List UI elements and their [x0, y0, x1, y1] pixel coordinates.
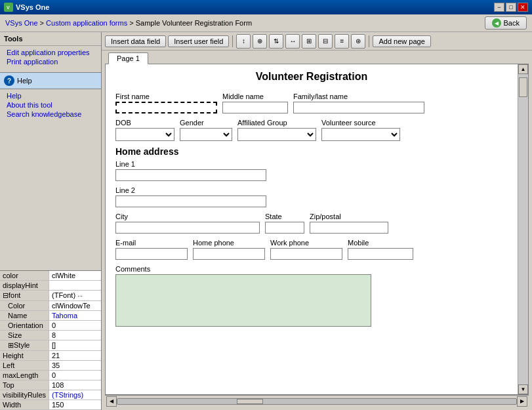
- prop-value-width: 150: [49, 400, 101, 409]
- state-input[interactable]: [265, 222, 304, 234]
- insert-data-field-button[interactable]: Insert data field: [105, 35, 166, 47]
- zip-input[interactable]: [310, 222, 388, 234]
- scroll-left-button[interactable]: ◀: [106, 396, 117, 407]
- middle-name-field: Middle name: [222, 92, 288, 113]
- svg-text:V: V: [7, 5, 10, 10]
- breadcrumb: VSys One > Custom application forms > Sa…: [5, 19, 252, 27]
- close-button[interactable]: ✕: [518, 3, 528, 12]
- prop-row-displayhint: displayHint: [0, 281, 101, 291]
- state-label: State: [265, 213, 304, 220]
- minimize-button[interactable]: −: [494, 3, 504, 12]
- work-phone-input[interactable]: [270, 248, 342, 260]
- scroll-down-button[interactable]: ▼: [518, 384, 528, 394]
- line2-input[interactable]: [115, 195, 266, 207]
- mobile-input[interactable]: [348, 248, 413, 260]
- line1-input[interactable]: [115, 169, 266, 181]
- prop-row-style: ⊞Style []: [0, 340, 101, 351]
- prop-label-visrules: visibilityRules: [0, 390, 49, 400]
- gender-label: Gender: [180, 119, 232, 127]
- right-wrapper: Insert data field Insert user field ↕ ⊕ …: [102, 32, 532, 410]
- form-row-line2: Line 2: [115, 186, 508, 207]
- work-phone-field: Work phone: [270, 239, 342, 260]
- first-name-input[interactable]: [115, 102, 217, 113]
- scroll-track: [518, 74, 528, 384]
- city-input[interactable]: [115, 222, 260, 234]
- prop-row-left: Left 35: [0, 361, 101, 371]
- line2-field: Line 2: [115, 186, 266, 207]
- toolbar-icon-3[interactable]: ⇅: [269, 34, 283, 49]
- sidebar-about-link[interactable]: About this tool: [7, 101, 94, 109]
- breadcrumb-vsysone[interactable]: VSys One: [5, 19, 38, 27]
- affiliated-group-select[interactable]: [237, 128, 316, 141]
- mobile-field: Mobile: [348, 239, 413, 260]
- add-new-page-button[interactable]: Add new page: [373, 35, 430, 47]
- tabs-bar: Page 1: [105, 51, 529, 64]
- sidebar-print-app[interactable]: Print application: [7, 58, 94, 66]
- dob-select[interactable]: [115, 128, 174, 141]
- volunteer-source-select[interactable]: [321, 128, 400, 141]
- family-last-name-input[interactable]: [293, 102, 424, 113]
- insert-user-field-button[interactable]: Insert user field: [168, 35, 229, 47]
- sidebar-edit-app-props[interactable]: Edit application properties: [7, 49, 94, 56]
- h-scroll-thumb[interactable]: [237, 399, 263, 404]
- zip-label: Zip/postal: [310, 213, 388, 220]
- first-name-label: First name: [115, 92, 217, 100]
- toolbar-icon-8[interactable]: ⊛: [351, 34, 365, 49]
- gender-select[interactable]: [180, 128, 232, 141]
- prop-value-font: (TFont) ···: [49, 291, 101, 300]
- breadcrumb-custom-forms[interactable]: Custom application forms: [46, 19, 127, 27]
- sidebar-help-links: Help About this tool Search knowledgebas…: [0, 89, 101, 122]
- toolbar-icon-2[interactable]: ⊕: [253, 34, 267, 49]
- comments-label: Comments: [115, 265, 371, 273]
- prop-label-size: Size: [0, 331, 49, 340]
- app-window: V VSys One − □ ✕ VSys One > Custom appli…: [0, 0, 532, 410]
- email-input[interactable]: [115, 248, 188, 260]
- zip-field: Zip/postal: [310, 213, 388, 234]
- first-name-field: First name: [115, 92, 217, 113]
- sidebar-search-kb-link[interactable]: Search knowledgebase: [7, 110, 94, 118]
- form-scroll-area[interactable]: Volunteer Registration First name Middle…: [106, 64, 518, 394]
- line1-field: Line 1: [115, 160, 266, 181]
- middle-name-input[interactable]: [222, 102, 288, 113]
- toolbar-icon-6[interactable]: ⊟: [318, 34, 333, 49]
- home-phone-input[interactable]: [193, 248, 265, 260]
- home-address-section-title: Home address: [115, 146, 508, 157]
- tab-page1[interactable]: Page 1: [108, 52, 148, 64]
- prop-label-width: Width: [0, 400, 49, 409]
- prop-row-name: Name Tahoma: [0, 311, 101, 321]
- prop-value-left: 35: [49, 361, 101, 370]
- form-row-names: First name Middle name Family/last name: [115, 92, 508, 113]
- family-last-name-field: Family/last name: [293, 92, 424, 113]
- comments-field: Comments: [115, 265, 371, 327]
- sidebar-tools-label: Tools: [0, 32, 101, 46]
- line2-label: Line 2: [115, 186, 266, 194]
- prop-value-color2: clWindowTe: [49, 301, 101, 310]
- form-title: Volunteer Registration: [115, 71, 508, 83]
- scroll-right-button[interactable]: ▶: [517, 396, 527, 407]
- scroll-up-button[interactable]: ▲: [518, 64, 528, 74]
- dob-field: DOB: [115, 119, 174, 141]
- prop-value-displayhint: [49, 281, 101, 290]
- toolbar-icon-5[interactable]: ⊞: [302, 34, 316, 49]
- app-icon: V: [4, 3, 13, 12]
- toolbar-icon-7[interactable]: ≡: [335, 34, 349, 49]
- sidebar-help-link[interactable]: Help: [7, 92, 94, 100]
- affiliated-group-field: Affiliated Group: [237, 119, 316, 141]
- sidebar: Tools Edit application properties Print …: [0, 32, 102, 410]
- scroll-thumb[interactable]: [519, 77, 527, 97]
- help-icon: ?: [4, 75, 14, 86]
- volunteer-source-field: Volunteer source: [321, 119, 400, 141]
- h-scroll-track: [117, 398, 517, 405]
- maximize-button[interactable]: □: [506, 3, 516, 12]
- email-label: E-mail: [115, 239, 188, 247]
- back-button[interactable]: ◀ Back: [485, 16, 527, 30]
- prop-row-maxlength: maxLength 0: [0, 371, 101, 380]
- comments-textarea[interactable]: [115, 274, 371, 327]
- prop-value-style: []: [49, 340, 101, 350]
- prop-label-orientation: Orientation: [0, 321, 49, 330]
- work-phone-label: Work phone: [270, 239, 342, 247]
- title-bar: V VSys One − □ ✕: [0, 0, 532, 14]
- back-icon: ◀: [492, 18, 501, 28]
- toolbar-icon-4[interactable]: ↔: [285, 34, 300, 49]
- toolbar-icon-1[interactable]: ↕: [236, 34, 251, 49]
